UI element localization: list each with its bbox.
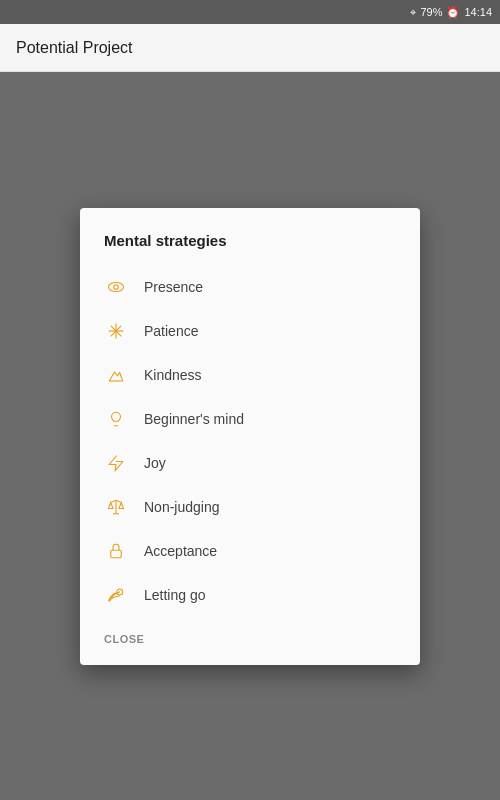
svg-point-1	[114, 284, 119, 289]
lightbulb-icon	[104, 407, 128, 431]
mental-strategies-dialog: Mental strategies Presence	[80, 208, 420, 665]
item-label-joy: Joy	[144, 455, 166, 471]
dialog-actions: CLOSE	[104, 629, 396, 649]
alarm-icon: ⏰	[446, 6, 460, 19]
list-item[interactable]: Beginner's mind	[104, 397, 396, 441]
app-title: Potential Project	[16, 39, 133, 57]
main-content: Mental strategies Presence	[0, 72, 500, 800]
list-item[interactable]: Joy	[104, 441, 396, 485]
list-item[interactable]: Patience	[104, 309, 396, 353]
lock-icon	[104, 539, 128, 563]
list-item[interactable]: Kindness	[104, 353, 396, 397]
bolt-icon	[104, 451, 128, 475]
list-item[interactable]: Acceptance	[104, 529, 396, 573]
scale-icon	[104, 495, 128, 519]
item-label-kindness: Kindness	[144, 367, 202, 383]
svg-rect-9	[111, 550, 122, 558]
status-bar: ⌖ 79% ⏰ 14:14	[0, 0, 500, 24]
list-item[interactable]: Presence	[104, 265, 396, 309]
close-button[interactable]: CLOSE	[104, 629, 144, 649]
item-label-acceptance: Acceptance	[144, 543, 217, 559]
battery-level: 79%	[420, 6, 442, 18]
eye-icon	[104, 275, 128, 299]
mountain-icon	[104, 363, 128, 387]
item-label-non-judging: Non-judging	[144, 499, 220, 515]
item-label-patience: Patience	[144, 323, 198, 339]
strategies-list: Presence Patience	[104, 265, 396, 617]
leaf-icon	[104, 583, 128, 607]
dialog-title: Mental strategies	[104, 232, 396, 249]
list-item[interactable]: Letting go	[104, 573, 396, 617]
app-bar: Potential Project	[0, 24, 500, 72]
item-label-beginners-mind: Beginner's mind	[144, 411, 244, 427]
bluetooth-icon: ⌖	[410, 6, 416, 19]
item-label-letting-go: Letting go	[144, 587, 206, 603]
list-item[interactable]: Non-judging	[104, 485, 396, 529]
status-icons: ⌖ 79% ⏰ 14:14	[410, 6, 492, 19]
snowflake-icon	[104, 319, 128, 343]
time-display: 14:14	[464, 6, 492, 18]
svg-point-0	[109, 282, 124, 291]
item-label-presence: Presence	[144, 279, 203, 295]
